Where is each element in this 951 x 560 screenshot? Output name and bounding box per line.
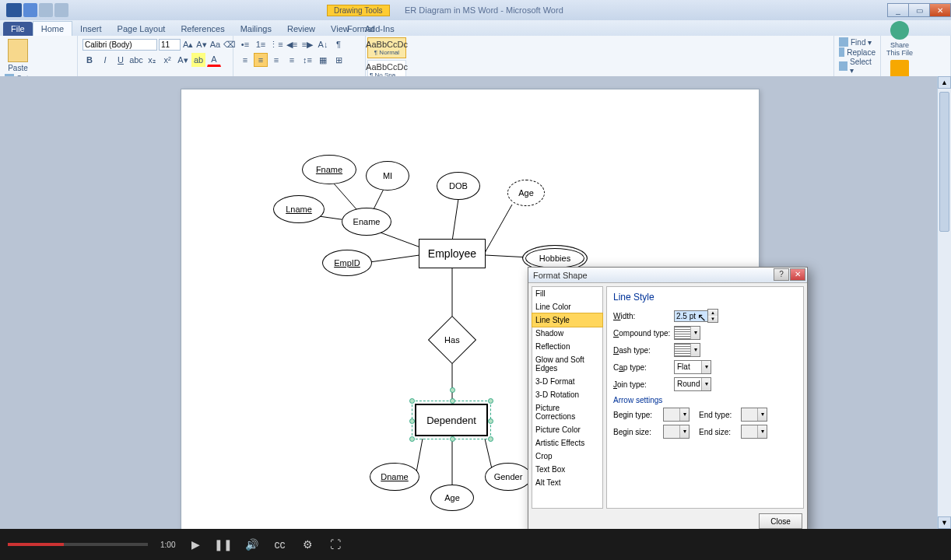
vertical-scrollbar[interactable]: ▲ ▼ [937, 76, 951, 529]
compound-combo[interactable]: ▾ [674, 326, 700, 340]
shrink-font-button[interactable]: A▾ [195, 37, 207, 51]
begin-type-combo[interactable]: ▾ [663, 408, 690, 422]
grow-font-button[interactable]: A▴ [182, 37, 194, 51]
width-input[interactable] [674, 310, 708, 322]
join-combo[interactable]: Round▾ [674, 377, 711, 391]
handle-e[interactable] [488, 418, 493, 424]
tab-home[interactable]: Home [33, 21, 72, 36]
minimize-button[interactable]: _ [887, 3, 909, 17]
handle-ne[interactable] [488, 398, 493, 404]
tab-review[interactable]: Review [279, 22, 323, 36]
handle-w[interactable] [409, 418, 415, 424]
dlgnav-shadow[interactable]: Shadow [532, 327, 602, 340]
er-attr-dob[interactable]: DOB [437, 172, 480, 200]
superscript-button[interactable]: x² [160, 53, 174, 67]
subscript-button[interactable]: x₂ [145, 53, 159, 67]
dlgnav-glow-and-soft-edges[interactable]: Glow and Soft Edges [532, 353, 602, 375]
align-center-button[interactable]: ≡ [254, 53, 268, 67]
er-relation-has[interactable]: Has [428, 316, 476, 364]
dlgnav-artistic-effects[interactable]: Artistic Effects [532, 436, 602, 450]
handle-nw[interactable] [409, 398, 415, 404]
er-attr-dname[interactable]: Dname [370, 463, 419, 491]
inc-indent-button[interactable]: ≡▶ [300, 37, 314, 51]
italic-button[interactable]: I [98, 53, 112, 67]
dlgnav-3-d-rotation[interactable]: 3-D Rotation [532, 388, 602, 401]
dlgnav-reflection[interactable]: Reflection [532, 340, 602, 353]
dlgnav-fill[interactable]: Fill [532, 287, 602, 300]
dlgnav-picture-corrections[interactable]: Picture Corrections [532, 401, 602, 423]
justify-button[interactable]: ≡ [285, 53, 299, 67]
fullscreen-button[interactable]: ⛶ [328, 537, 343, 552]
text-effects-button[interactable]: A▾ [176, 53, 190, 67]
dialog-close-button[interactable]: ✕ [790, 268, 805, 281]
tab-pagelayout[interactable]: Page Layout [110, 22, 174, 36]
close-window-button[interactable]: ✕ [929, 3, 951, 17]
undo-icon[interactable] [39, 3, 53, 17]
er-attr-gender[interactable]: Gender [485, 463, 532, 491]
font-size-select[interactable] [159, 39, 181, 51]
er-entity-employee[interactable]: Employee [419, 239, 486, 268]
borders-button[interactable]: ⊞ [332, 53, 346, 67]
play-button[interactable]: ▶ [188, 537, 203, 552]
show-marks-button[interactable]: ¶ [332, 37, 346, 51]
er-attr-lname[interactable]: Lname [273, 195, 325, 223]
cc-button[interactable]: cc [272, 537, 287, 552]
restore-button[interactable]: ▭ [908, 3, 930, 17]
spin-down[interactable]: ▼ [708, 316, 718, 322]
bullets-button[interactable]: •≡ [238, 37, 252, 51]
font-color-button[interactable]: A [207, 53, 221, 67]
handle-sw[interactable] [409, 436, 415, 442]
er-attr-age2[interactable]: Age [430, 485, 474, 511]
dash-combo[interactable]: ▾ [674, 343, 700, 357]
handle-rotate[interactable] [450, 387, 455, 393]
align-right-button[interactable]: ≡ [269, 53, 283, 67]
er-attr-fname[interactable]: Fname [302, 155, 356, 184]
save-icon[interactable] [23, 3, 37, 17]
scroll-thumb[interactable] [939, 92, 949, 232]
tab-mailings[interactable]: Mailings [233, 22, 279, 36]
numbering-button[interactable]: 1≡ [254, 37, 268, 51]
er-entity-dependent[interactable]: Dependent [415, 404, 488, 436]
tab-format[interactable]: Format [339, 22, 382, 36]
change-case-button[interactable]: Aa [209, 37, 221, 51]
tab-file[interactable]: File [3, 22, 33, 36]
dialog-help-button[interactable]: ? [774, 268, 789, 281]
redo-icon[interactable] [54, 3, 68, 17]
find-button[interactable]: Find ▾ [839, 37, 876, 47]
handle-n[interactable] [450, 398, 455, 404]
pause-button[interactable]: ❚❚ [216, 537, 231, 552]
line-spacing-button[interactable]: ↕≡ [300, 53, 314, 67]
select-button[interactable]: Select ▾ [839, 58, 876, 75]
settings-button[interactable]: ⚙ [300, 537, 315, 552]
align-left-button[interactable]: ≡ [238, 53, 252, 67]
scroll-down-button[interactable]: ▼ [938, 516, 951, 529]
dlgnav-line-style[interactable]: Line Style [532, 313, 603, 327]
multilevel-button[interactable]: ⋮≡ [269, 37, 283, 51]
highlight-button[interactable]: ab [191, 53, 205, 67]
strike-button[interactable]: abc [129, 53, 143, 67]
sort-button[interactable]: A↓ [316, 37, 330, 51]
bold-button[interactable]: B [82, 53, 97, 67]
er-attr-age-derived[interactable]: Age [507, 180, 545, 206]
dialog-close-btn[interactable]: Close [759, 513, 802, 529]
shading-button[interactable]: ▦ [316, 53, 330, 67]
width-spinner[interactable]: ▲▼ [707, 309, 718, 323]
style-normal[interactable]: AaBbCcDc¶ Normal [367, 37, 406, 58]
end-size-combo[interactable]: ▾ [741, 425, 767, 439]
dlgnav-picture-color[interactable]: Picture Color [532, 423, 602, 436]
dlgnav-text-box[interactable]: Text Box [532, 463, 602, 476]
dlgnav-alt-text[interactable]: Alt Text [532, 476, 602, 489]
dlgnav-3-d-format[interactable]: 3-D Format [532, 375, 602, 388]
underline-button[interactable]: U [114, 53, 128, 67]
replace-button[interactable]: Replace [839, 47, 876, 57]
begin-size-combo[interactable]: ▾ [663, 425, 690, 439]
spin-up[interactable]: ▲ [708, 310, 718, 316]
dec-indent-button[interactable]: ◀≡ [285, 37, 299, 51]
dialog-titlebar[interactable]: Format Shape ? ✕ [528, 268, 807, 283]
font-name-select[interactable] [82, 39, 157, 51]
er-attr-empid[interactable]: EmpID [322, 250, 372, 276]
share-file-button[interactable]: Share This File [886, 21, 914, 57]
end-type-combo[interactable]: ▾ [741, 408, 767, 422]
tab-references[interactable]: References [173, 22, 232, 36]
progress-bar[interactable] [8, 543, 148, 546]
